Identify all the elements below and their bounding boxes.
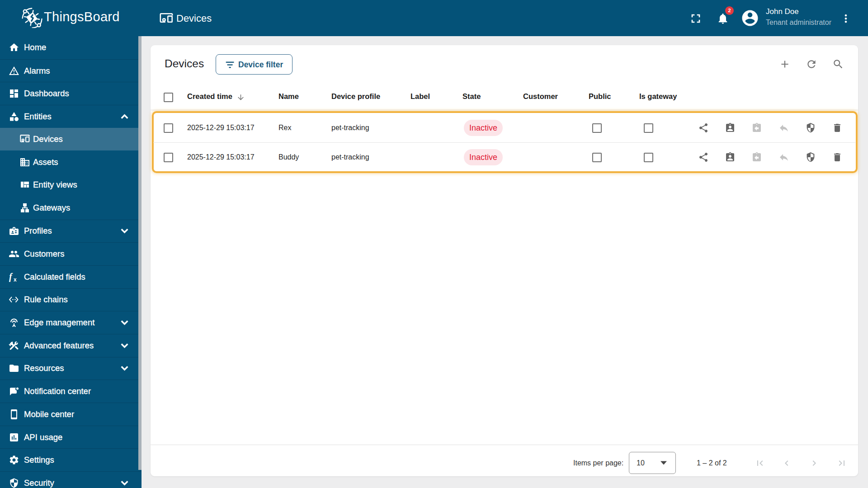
svg-text:x: x [14, 276, 17, 282]
svg-text:f: f [9, 272, 13, 282]
